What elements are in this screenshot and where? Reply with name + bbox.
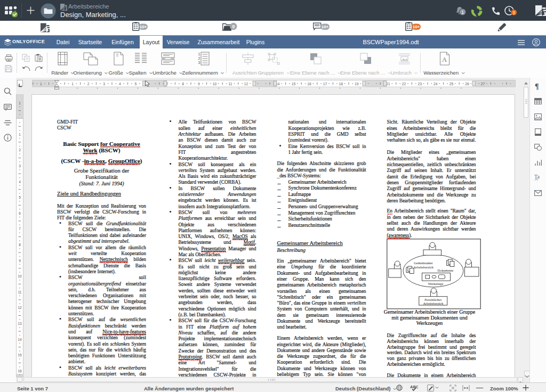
svg-text:7: 7 [19,227,21,231]
svg-text:16: 16 [18,369,22,373]
svg-text:10+: 10+ [413,24,420,29]
svg-text:26: 26 [465,82,469,86]
svg-text:6: 6 [19,211,21,215]
svg-text:1: 1 [19,133,21,136]
svg-text:2: 2 [19,148,21,152]
svg-text:1: 1 [19,101,21,105]
svg-text:5: 5 [134,82,136,86]
svg-text:10: 10 [212,82,216,86]
svg-text:16: 16 [307,82,311,86]
svg-text:¶: ¶ [535,83,539,90]
svg-text:12: 12 [244,82,248,86]
svg-text:21: 21 [386,82,390,86]
svg-text:27: 27 [480,82,485,86]
svg-text:Werkzeuge: Werkzeuge [428,282,443,285]
svg-text:14: 14 [18,338,22,341]
svg-text:2: 2 [87,82,89,86]
svg-text:1: 1 [39,82,42,86]
svg-text:15: 15 [291,82,295,86]
svg-text:4: 4 [118,82,121,86]
svg-text:8: 8 [19,243,21,247]
svg-text:8: 8 [182,82,184,86]
svg-text:Dokumente: Dokumente [437,268,453,272]
svg-text:23: 23 [417,82,422,86]
svg-text:25: 25 [449,82,453,86]
svg-text:12: 12 [18,306,22,309]
svg-text:1: 1 [71,82,74,86]
svg-text:10+: 10+ [140,24,147,29]
svg-text:Arbeitsbereich: Arbeitsbereich [423,301,443,305]
svg-text:Gemeinsamer: Gemeinsamer [414,260,433,264]
svg-text:9: 9 [197,82,199,86]
svg-text:1: 1 [461,10,464,15]
svg-text:17: 17 [323,82,327,86]
svg-text:3: 3 [103,82,105,86]
svg-text:10+: 10+ [322,24,329,29]
svg-text:18: 18 [339,82,343,86]
svg-text:19: 19 [355,82,359,86]
svg-text:A: A [442,55,447,63]
svg-text:3: 3 [19,164,21,168]
svg-text:3: 3 [198,61,200,64]
svg-text:24: 24 [433,82,438,86]
svg-text:0: 0 [232,24,235,29]
svg-text:4: 4 [19,180,21,184]
svg-text:11: 11 [18,290,22,294]
svg-text:5: 5 [19,195,21,199]
svg-text:9: 9 [19,259,21,263]
svg-text:ABC: ABC [410,385,418,389]
svg-text:11: 11 [228,82,232,86]
svg-text:15: 15 [18,353,22,357]
svg-text:2: 2 [198,56,200,60]
svg-text:1: 1 [198,52,200,56]
svg-text:13: 13 [18,322,22,325]
svg-text:Arbeitsbereich: Arbeitsbereich [413,265,433,269]
svg-text:Persönlicher: Persönlicher [424,297,442,301]
svg-text:22: 22 [402,82,406,86]
svg-text:!: ! [513,10,515,15]
svg-text:Ta: Ta [534,174,540,179]
svg-text:10: 10 [18,274,22,278]
